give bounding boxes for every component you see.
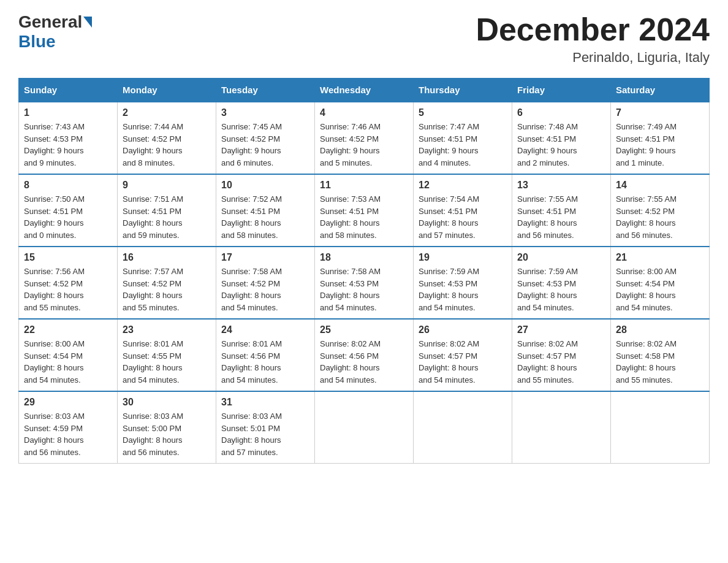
day-info: Sunrise: 7:58 AM Sunset: 4:52 PM Dayligh… [221,266,309,313]
day-cell: 16Sunrise: 7:57 AM Sunset: 4:52 PM Dayli… [118,247,216,319]
day-info: Sunrise: 7:56 AM Sunset: 4:52 PM Dayligh… [24,266,112,313]
day-number: 8 [24,180,112,191]
day-number: 4 [320,107,408,118]
day-number: 14 [616,180,704,191]
day-info: Sunrise: 8:02 AM Sunset: 4:57 PM Dayligh… [419,338,507,386]
day-number: 27 [517,324,605,335]
day-info: Sunrise: 8:03 AM Sunset: 5:01 PM Dayligh… [221,410,309,458]
calendar-title: December 2024 [476,12,710,47]
logo-blue-text: Blue [18,32,56,51]
day-cell [611,391,710,464]
day-info: Sunrise: 7:52 AM Sunset: 4:51 PM Dayligh… [221,193,309,241]
day-cell: 14Sunrise: 7:55 AM Sunset: 4:52 PM Dayli… [611,174,710,247]
day-number: 26 [419,324,507,335]
header-cell-thursday: Thursday [414,79,512,102]
day-info: Sunrise: 7:55 AM Sunset: 4:52 PM Dayligh… [616,193,704,241]
day-number: 6 [517,107,605,118]
day-info: Sunrise: 8:02 AM Sunset: 4:56 PM Dayligh… [320,338,408,386]
week-row-3: 15Sunrise: 7:56 AM Sunset: 4:52 PM Dayli… [19,247,710,319]
day-info: Sunrise: 8:02 AM Sunset: 4:58 PM Dayligh… [616,338,704,386]
day-number: 11 [320,180,408,191]
logo: General Blue [18,12,93,52]
header-cell-tuesday: Tuesday [216,79,315,102]
title-block: December 2024 Perinaldo, Liguria, Italy [476,12,710,66]
day-number: 28 [616,324,704,335]
header-cell-saturday: Saturday [611,79,710,102]
day-cell: 13Sunrise: 7:55 AM Sunset: 4:51 PM Dayli… [512,174,611,247]
day-number: 22 [24,324,112,335]
day-number: 20 [517,252,605,263]
day-cell: 22Sunrise: 8:00 AM Sunset: 4:54 PM Dayli… [19,319,118,391]
day-info: Sunrise: 7:53 AM Sunset: 4:51 PM Dayligh… [320,193,408,241]
day-number: 21 [616,252,704,263]
day-cell: 19Sunrise: 7:59 AM Sunset: 4:53 PM Dayli… [414,247,512,319]
day-number: 13 [517,180,605,191]
day-number: 17 [221,252,309,263]
day-cell: 27Sunrise: 8:02 AM Sunset: 4:57 PM Dayli… [512,319,611,391]
day-number: 2 [123,107,211,118]
day-info: Sunrise: 8:01 AM Sunset: 4:56 PM Dayligh… [221,338,309,386]
day-cell: 21Sunrise: 8:00 AM Sunset: 4:54 PM Dayli… [611,247,710,319]
day-cell: 25Sunrise: 8:02 AM Sunset: 4:56 PM Dayli… [315,319,414,391]
day-cell: 24Sunrise: 8:01 AM Sunset: 4:56 PM Dayli… [216,319,315,391]
calendar-table: SundayMondayTuesdayWednesdayThursdayFrid… [18,78,710,464]
day-number: 9 [123,180,211,191]
day-number: 1 [24,107,112,118]
day-number: 25 [320,324,408,335]
day-info: Sunrise: 7:59 AM Sunset: 4:53 PM Dayligh… [517,266,605,313]
logo-general-text: General [18,12,82,32]
day-cell: 10Sunrise: 7:52 AM Sunset: 4:51 PM Dayli… [216,174,315,247]
day-cell: 29Sunrise: 8:03 AM Sunset: 4:59 PM Dayli… [19,391,118,464]
day-info: Sunrise: 7:59 AM Sunset: 4:53 PM Dayligh… [419,266,507,313]
day-info: Sunrise: 8:00 AM Sunset: 4:54 PM Dayligh… [24,338,112,386]
day-info: Sunrise: 7:57 AM Sunset: 4:52 PM Dayligh… [123,266,211,313]
week-row-4: 22Sunrise: 8:00 AM Sunset: 4:54 PM Dayli… [19,319,710,391]
day-cell: 20Sunrise: 7:59 AM Sunset: 4:53 PM Dayli… [512,247,611,319]
day-info: Sunrise: 7:49 AM Sunset: 4:51 PM Dayligh… [616,121,704,169]
day-cell: 30Sunrise: 8:03 AM Sunset: 5:00 PM Dayli… [118,391,216,464]
week-row-1: 1Sunrise: 7:43 AM Sunset: 4:53 PM Daylig… [19,102,710,174]
day-cell: 5Sunrise: 7:47 AM Sunset: 4:51 PM Daylig… [414,102,512,174]
day-cell: 28Sunrise: 8:02 AM Sunset: 4:58 PM Dayli… [611,319,710,391]
day-info: Sunrise: 7:48 AM Sunset: 4:51 PM Dayligh… [517,121,605,169]
day-info: Sunrise: 7:50 AM Sunset: 4:51 PM Dayligh… [24,193,112,241]
header-cell-friday: Friday [512,79,611,102]
day-number: 24 [221,324,309,335]
day-cell: 3Sunrise: 7:45 AM Sunset: 4:52 PM Daylig… [216,102,315,174]
day-number: 30 [123,397,211,408]
day-cell: 11Sunrise: 7:53 AM Sunset: 4:51 PM Dayli… [315,174,414,247]
week-row-2: 8Sunrise: 7:50 AM Sunset: 4:51 PM Daylig… [19,174,710,247]
header-row: SundayMondayTuesdayWednesdayThursdayFrid… [19,79,710,102]
day-cell: 17Sunrise: 7:58 AM Sunset: 4:52 PM Dayli… [216,247,315,319]
day-number: 29 [24,397,112,408]
day-info: Sunrise: 7:54 AM Sunset: 4:51 PM Dayligh… [419,193,507,241]
day-info: Sunrise: 8:00 AM Sunset: 4:54 PM Dayligh… [616,266,704,313]
day-number: 15 [24,252,112,263]
day-cell: 1Sunrise: 7:43 AM Sunset: 4:53 PM Daylig… [19,102,118,174]
day-cell: 6Sunrise: 7:48 AM Sunset: 4:51 PM Daylig… [512,102,611,174]
day-info: Sunrise: 7:51 AM Sunset: 4:51 PM Dayligh… [123,193,211,241]
day-info: Sunrise: 7:58 AM Sunset: 4:53 PM Dayligh… [320,266,408,313]
day-number: 12 [419,180,507,191]
day-info: Sunrise: 8:01 AM Sunset: 4:55 PM Dayligh… [123,338,211,386]
day-number: 16 [123,252,211,263]
day-info: Sunrise: 7:43 AM Sunset: 4:53 PM Dayligh… [24,121,112,169]
day-number: 10 [221,180,309,191]
day-cell: 18Sunrise: 7:58 AM Sunset: 4:53 PM Dayli… [315,247,414,319]
calendar-subtitle: Perinaldo, Liguria, Italy [476,50,710,66]
day-number: 23 [123,324,211,335]
day-info: Sunrise: 7:47 AM Sunset: 4:51 PM Dayligh… [419,121,507,169]
day-info: Sunrise: 8:02 AM Sunset: 4:57 PM Dayligh… [517,338,605,386]
day-cell: 9Sunrise: 7:51 AM Sunset: 4:51 PM Daylig… [118,174,216,247]
day-cell: 26Sunrise: 8:02 AM Sunset: 4:57 PM Dayli… [414,319,512,391]
day-info: Sunrise: 7:45 AM Sunset: 4:52 PM Dayligh… [221,121,309,169]
logo-arrow-icon [83,17,92,28]
day-cell [414,391,512,464]
day-cell: 31Sunrise: 8:03 AM Sunset: 5:01 PM Dayli… [216,391,315,464]
day-number: 5 [419,107,507,118]
header-cell-wednesday: Wednesday [315,79,414,102]
day-cell: 12Sunrise: 7:54 AM Sunset: 4:51 PM Dayli… [414,174,512,247]
day-cell [315,391,414,464]
day-cell: 23Sunrise: 8:01 AM Sunset: 4:55 PM Dayli… [118,319,216,391]
day-cell: 7Sunrise: 7:49 AM Sunset: 4:51 PM Daylig… [611,102,710,174]
